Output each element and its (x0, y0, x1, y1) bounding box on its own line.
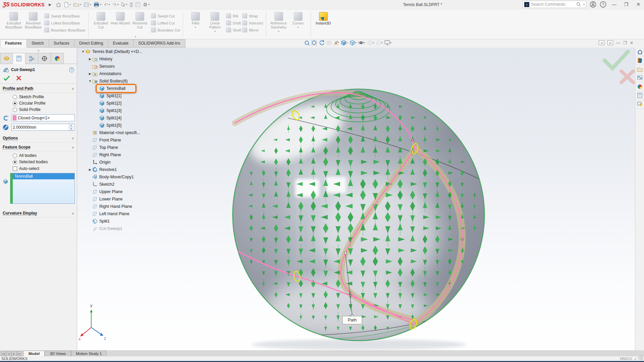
open-button[interactable]: ▾ (72, 1, 82, 9)
ribbon-button-mirror[interactable]: Mirror (242, 26, 263, 34)
select-button[interactable]: ▾ (120, 1, 128, 9)
print-caret-icon[interactable]: ▾ (100, 3, 101, 6)
previous-view-icon[interactable] (318, 40, 325, 46)
collapsed-arrow-icon[interactable]: ▶ (88, 72, 92, 75)
ribbon-button-linear-pattern[interactable]: Linear Pattern▾ (205, 11, 225, 33)
account-icon[interactable] (590, 1, 596, 8)
next-window-icon[interactable]: ▸ (607, 40, 613, 45)
confirm-cancel-icon[interactable] (621, 71, 633, 82)
tree-item-sensors[interactable]: Sensors (79, 63, 167, 70)
dropdown-caret-icon[interactable]: ▾ (381, 41, 383, 44)
undo-button[interactable]: ↶▾ (103, 1, 111, 9)
radio-icon[interactable] (13, 101, 17, 106)
configuration-manager-tab[interactable] (25, 53, 38, 64)
doc-minimize-icon[interactable]: — (616, 41, 620, 45)
ribbon-button-lofted-cut[interactable]: Lofted Cut (151, 19, 180, 26)
redo-caret-icon[interactable]: ▾ (117, 3, 118, 6)
tree-item-tennisball[interactable]: TennisBall (79, 85, 167, 92)
design-library-icon[interactable] (635, 56, 644, 65)
ribbon-button-instant3d[interactable]: Instant3D (314, 11, 333, 25)
tree-item-left-hand-plane[interactable]: Left Hand Plane (79, 210, 167, 218)
save-caret-icon[interactable]: ▾ (90, 3, 91, 6)
units-selector[interactable]: MMGS (620, 357, 632, 361)
display-manager-tab[interactable] (51, 53, 64, 64)
selected-bodies-listbox[interactable]: TennisBall (10, 173, 75, 204)
ribbon-button-extruded-boss-base[interactable]: Extruded Boss/Base (4, 11, 23, 29)
new-caret-icon[interactable]: ▾ (69, 3, 71, 6)
tree-item-upper-plane[interactable]: Upper Plane (79, 188, 167, 195)
ribbon-button-boundary-cut[interactable]: Boundary Cut (151, 26, 180, 34)
section-curvature-display[interactable]: Curvature Display ∨ (0, 208, 77, 218)
ribbon-button-rib[interactable]: Rib (226, 12, 241, 19)
radio-solid-profile[interactable]: Solid Profile (13, 107, 77, 112)
ribbon-button-intersect[interactable]: Intersect (242, 19, 263, 26)
radio-all-bodies[interactable]: All bodies (13, 153, 77, 158)
view-palette-icon[interactable] (635, 74, 644, 82)
tag-icon[interactable] (637, 356, 643, 361)
hide-show-icon[interactable]: ▾ (358, 40, 366, 46)
dropdown-caret-icon[interactable]: ▾ (346, 41, 348, 44)
radio-circular-profile[interactable]: Circular Profile (13, 101, 77, 106)
radio-selected-bodies[interactable]: Selected bodies (13, 160, 77, 164)
ribbon-button-hole-wizard[interactable]: Hole Wizard (111, 11, 130, 25)
graphics-viewport[interactable]: Path Y X Z ▼Tennis Ball (Default) <<D...… (77, 48, 635, 350)
feature-manager-tab[interactable] (0, 53, 13, 64)
section-profile-and-path[interactable]: Profile and Path ∧ (0, 84, 77, 93)
selected-body-row[interactable]: TennisBall (13, 173, 74, 179)
rebuild-button[interactable] (129, 1, 134, 9)
open-caret-icon[interactable]: ▾ (80, 3, 81, 6)
previous-window-icon[interactable]: ◂ (599, 40, 604, 45)
ribbon-button-boundary-boss-base[interactable]: Boundary Boss/Base (44, 26, 86, 34)
spin-up-icon[interactable]: ▲ (69, 124, 73, 127)
print-button[interactable]: ▾ (93, 1, 102, 9)
close-button[interactable]: ✕ (634, 2, 643, 7)
collapsed-arrow-icon[interactable]: ▶ (88, 168, 92, 171)
zoom-area-icon[interactable] (311, 40, 317, 46)
radio-icon[interactable] (13, 160, 17, 164)
confirmation-corner[interactable] (604, 52, 633, 82)
ribbon-button-revolved-boss-base[interactable]: Revolved Boss/Base (23, 11, 43, 29)
doc-tab-model[interactable]: Model (23, 351, 45, 356)
tree-item-revolve1[interactable]: ▶Revolve1 (79, 166, 167, 173)
dropdown-caret-icon[interactable]: ▾ (355, 41, 357, 44)
tree-item-split1-2-[interactable]: Split1[2] (79, 100, 167, 107)
options-button[interactable]: ⚙▾ (142, 1, 150, 9)
next-tab-icon[interactable]: ▶ (11, 351, 17, 356)
tree-item-cut-sweep1[interactable]: Cut-Sweep1 (79, 225, 167, 232)
tree-item-right-plane[interactable]: Right Plane (79, 151, 167, 159)
minimize-button[interactable]: — (610, 2, 619, 7)
confirm-ok-icon[interactable] (604, 52, 628, 68)
search-commands-box[interactable]: › ▾ (523, 1, 586, 8)
dropdown-caret-icon[interactable]: ▾ (364, 41, 365, 44)
expanded-arrow-icon[interactable]: ▼ (88, 79, 92, 83)
diameter-spinner[interactable]: ▲▼ (69, 124, 73, 130)
radio-icon[interactable] (13, 154, 17, 158)
dropdown-caret-icon[interactable]: ▾ (390, 41, 391, 44)
edit-appearance-icon[interactable]: ▾ (367, 40, 374, 46)
home-icon[interactable] (635, 48, 644, 56)
view-orientation-icon[interactable]: ▾ (340, 40, 348, 46)
expand-chevron-icon[interactable]: ∨ (72, 136, 74, 140)
appearances-icon[interactable] (635, 82, 644, 91)
options-caret-icon[interactable]: ▾ (148, 3, 150, 6)
panel-splitter-grip[interactable] (37, 50, 40, 52)
cancel-button[interactable] (16, 75, 21, 81)
tree-item-sketch2[interactable]: Sketch2 (79, 181, 167, 188)
search-caret-icon[interactable]: ▾ (583, 3, 585, 6)
tree-item-history[interactable]: ▶History (79, 55, 167, 63)
dropdown-caret-icon[interactable]: ▾ (373, 41, 374, 44)
ribbon-button-extruded-cut[interactable]: Extruded Cut (91, 11, 111, 29)
tab-solidworks-add-ins[interactable]: SOLIDWORKS Add-Ins (133, 39, 185, 48)
tree-item-tennis-ball-default-d-[interactable]: ▼Tennis Ball (Default) <<D... (79, 48, 167, 55)
tree-item-right-hand-plane[interactable]: Right Hand Plane (79, 203, 167, 210)
dropdown-caret-icon[interactable]: ▾ (135, 35, 136, 38)
ribbon-button-swept-cut[interactable]: Swept Cut (151, 12, 180, 19)
new-document-button[interactable]: ▾ (63, 1, 72, 9)
forum-icon[interactable] (635, 100, 644, 109)
property-manager-tab[interactable] (13, 53, 25, 64)
path-selection-field[interactable]: Closed Group<1> (11, 114, 75, 121)
ribbon-button-wrap[interactable]: Wrap (242, 12, 263, 19)
zoom-fit-icon[interactable] (304, 40, 310, 46)
tab-surfaces[interactable]: Surfaces (49, 39, 74, 48)
tab-evaluate[interactable]: Evaluate (108, 39, 133, 48)
